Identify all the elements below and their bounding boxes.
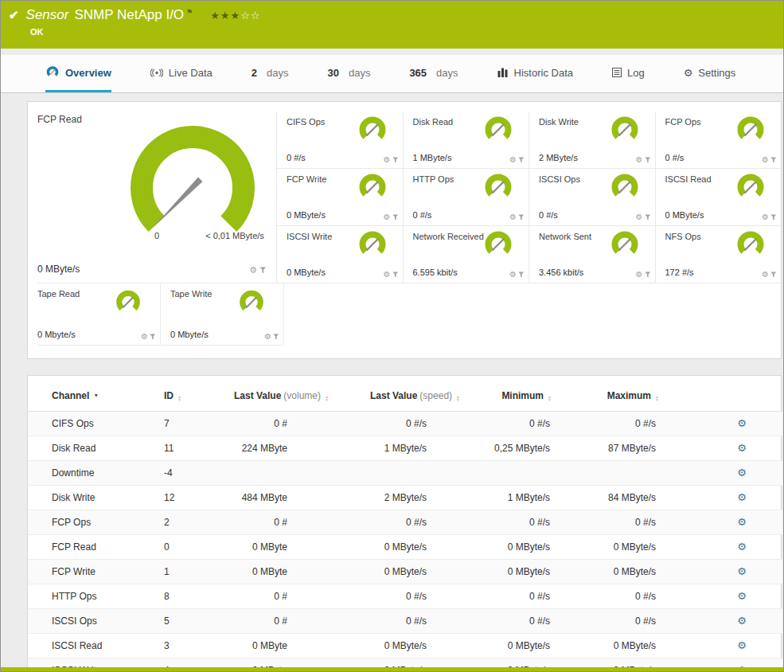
gear-icon[interactable]: ⚙ (509, 213, 517, 221)
gauge-dial[interactable] (482, 231, 514, 260)
sensor-title-row: ✔ Sensor SNMP NetApp I/O ⚑ ★★★☆☆ (9, 7, 772, 23)
tab-365-days[interactable]: 365days (409, 55, 458, 92)
cell-maximum: 0 #/s (558, 412, 665, 436)
gear-icon[interactable]: ⚙ (762, 271, 769, 279)
channel-row[interactable]: HTTP Ops 8 0 # 0 #/s 0 #/s 0 #/s ⚙ (28, 584, 782, 609)
pin-icon[interactable] (150, 334, 156, 340)
tab-label: 30 (327, 67, 338, 79)
channel-settings-icon[interactable]: ⚙ (737, 541, 747, 553)
pin-icon[interactable] (518, 272, 525, 278)
star-filled-icon[interactable]: ★ (230, 10, 240, 21)
channels-table-panel: Channel▼ ID▲▼ Last Value(volume)▲▼ Last … (27, 375, 782, 672)
gear-icon[interactable]: ⚙ (384, 271, 391, 279)
channel-row[interactable]: Disk Read 11 224 MByte 1 MByte/s 0,25 MB… (28, 436, 782, 461)
pin-icon[interactable] (259, 267, 267, 274)
gauge-dial[interactable] (735, 174, 766, 202)
gear-icon[interactable]: ⚙ (636, 213, 643, 221)
tab-2-days[interactable]: 2days (252, 55, 289, 92)
channel-row[interactable]: ISCSI Read 3 0 MByte 0 MByte/s 0 MByte/s… (28, 634, 782, 658)
gear-icon[interactable]: ⚙ (384, 156, 391, 164)
gauge-dial[interactable] (609, 116, 641, 145)
col-header-id[interactable]: ID▲▼ (136, 376, 196, 412)
channel-settings-icon[interactable]: ⚙ (737, 467, 747, 479)
tab-historic-data[interactable]: Historic Data (497, 55, 573, 92)
pin-icon[interactable] (392, 214, 399, 221)
gauge-dial[interactable] (237, 290, 266, 316)
channel-settings-icon[interactable]: ⚙ (737, 639, 747, 651)
star-filled-icon[interactable]: ★ (210, 10, 220, 21)
flag-icon: ⚑ (186, 8, 193, 16)
channel-row[interactable]: FCP Read 0 0 MByte 0 MByte/s 0 MByte/s 0… (28, 535, 782, 560)
channel-row[interactable]: CIFS Ops 7 0 # 0 #/s 0 #/s 0 #/s ⚙ (28, 412, 782, 436)
gear-icon[interactable]: ⚙ (264, 333, 271, 341)
star-empty-icon[interactable]: ☆ (240, 10, 251, 21)
channel-row[interactable]: Disk Write 12 484 MByte 2 MByte/s 1 MByt… (28, 486, 782, 510)
pin-icon[interactable] (770, 157, 777, 163)
channel-settings-icon[interactable]: ⚙ (737, 417, 747, 429)
gauge-dial[interactable] (357, 174, 388, 202)
gauge-min-label: 0 (146, 231, 168, 240)
priority-rating[interactable]: ★★★☆☆ (210, 10, 260, 21)
pin-icon[interactable] (518, 214, 525, 221)
gear-icon[interactable]: ⚙ (141, 333, 148, 341)
channel-settings-icon[interactable]: ⚙ (737, 615, 747, 627)
cell-last-speed: 2 MByte/s (335, 486, 466, 510)
star-empty-icon[interactable]: ☆ (251, 10, 261, 21)
pin-icon[interactable] (645, 214, 651, 221)
mini-gauge-iscsi-write: ISCSI Write 0 MByte/s ⚙ (276, 226, 403, 283)
channel-value: 6.595 kbit/s (413, 268, 458, 277)
gauge-dial[interactable] (357, 231, 388, 260)
cell-id: 7 (136, 412, 196, 436)
channel-settings-icon[interactable]: ⚙ (737, 590, 747, 602)
gauge-dial[interactable] (609, 231, 641, 260)
gauge-dial[interactable] (482, 116, 514, 145)
gear-icon[interactable]: ⚙ (762, 213, 769, 221)
gear-icon[interactable]: ⚙ (509, 156, 517, 164)
cell-maximum (558, 461, 665, 486)
gear-icon[interactable]: ⚙ (636, 156, 643, 164)
gear-icon[interactable]: ⚙ (509, 271, 517, 279)
channel-row[interactable]: ISCSI Ops 5 0 # 0 #/s 0 #/s 0 #/s ⚙ (28, 609, 782, 634)
col-header-maximum[interactable]: Maximum▲▼ (558, 376, 665, 412)
gauges-panel: FCP Read 0 < 0,01 MByte/s 0 MByte/s ⚙ (27, 101, 782, 359)
pin-icon[interactable] (645, 272, 651, 278)
channel-settings-icon[interactable]: ⚙ (737, 491, 747, 503)
gear-icon[interactable]: ⚙ (762, 156, 769, 164)
channel-settings-icon[interactable]: ⚙ (737, 565, 747, 577)
pin-icon[interactable] (392, 157, 399, 163)
col-header-minimum[interactable]: Minimum▲▼ (466, 376, 558, 412)
tab-settings[interactable]: ⚙ Settings (684, 55, 736, 92)
channel-settings-icon[interactable]: ⚙ (737, 516, 747, 528)
gauge-dial[interactable] (114, 290, 142, 316)
tab-live-data[interactable]: Live Data (150, 55, 213, 92)
tab-overview[interactable]: Overview (45, 55, 111, 92)
pin-icon[interactable] (392, 272, 399, 278)
gear-icon[interactable]: ⚙ (384, 213, 391, 221)
sort-icon: ▲▼ (456, 395, 460, 401)
channel-row[interactable]: FCP Write 1 0 MByte 0 MByte/s 0 MByte/s … (28, 560, 782, 584)
pin-icon[interactable] (645, 157, 651, 163)
channel-settings-icon[interactable]: ⚙ (737, 442, 747, 454)
gauge-dial[interactable] (357, 116, 388, 145)
gear-icon[interactable]: ⚙ (249, 266, 257, 275)
gear-icon[interactable]: ⚙ (636, 271, 643, 279)
tab-30-days[interactable]: 30days (327, 55, 370, 92)
tab-label: 365 (409, 67, 427, 79)
gauge-dial[interactable] (482, 174, 514, 202)
channel-row[interactable]: FCP Ops 2 0 # 0 #/s 0 #/s 0 #/s ⚙ (28, 510, 782, 535)
star-filled-icon[interactable]: ★ (220, 10, 231, 21)
pin-icon[interactable] (770, 272, 777, 278)
gauge-dial[interactable] (735, 116, 766, 145)
col-header-channel[interactable]: Channel▼ (28, 376, 136, 412)
gauge-dial[interactable] (609, 174, 641, 202)
cell-last-speed (335, 461, 466, 486)
pin-icon[interactable] (770, 214, 777, 221)
gauge-dial[interactable] (735, 231, 766, 260)
cell-maximum: 84 MByte/s (558, 486, 665, 510)
pin-icon[interactable] (518, 157, 525, 163)
col-header-last-value-volume[interactable]: Last Value(volume)▲▼ (196, 376, 335, 412)
pin-icon[interactable] (273, 334, 279, 340)
col-header-last-value-speed[interactable]: Last Value(speed)▲▼ (335, 376, 466, 412)
tab-log[interactable]: Log (612, 55, 645, 92)
channel-row[interactable]: Downtime -4 ⚙ (28, 461, 782, 486)
